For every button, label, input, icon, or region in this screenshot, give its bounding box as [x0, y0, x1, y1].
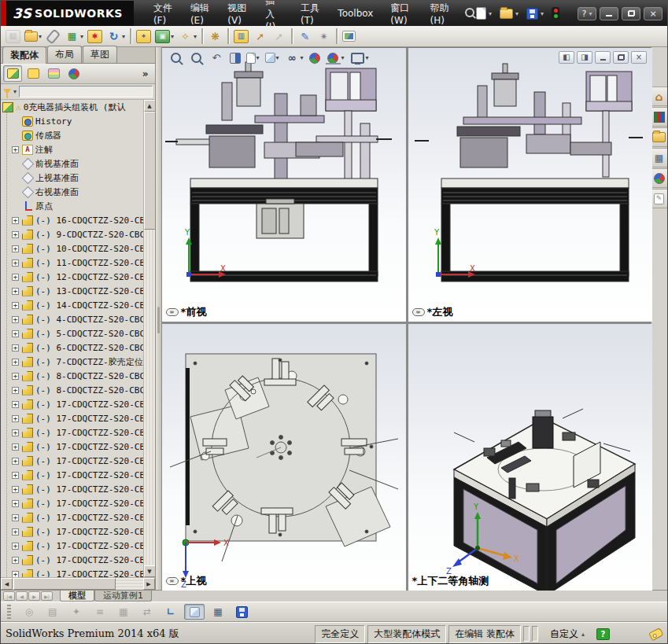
tree-item[interactable]: A (-) 10-CDQCTZZ-S20-CBC1: [1, 241, 143, 256]
solidworks-resources-button[interactable]: ⌂: [651, 86, 668, 106]
expand-icon[interactable]: [12, 543, 19, 550]
exploded-view-button[interactable]: ➚: [251, 28, 269, 45]
save-button[interactable]: [524, 6, 546, 21]
tree-item[interactable]: A History: [1, 114, 143, 128]
go-to-end-button[interactable]: ▶|: [41, 591, 53, 601]
expand-icon[interactable]: [12, 528, 19, 535]
linear-component-pattern-button[interactable]: ▦: [63, 28, 85, 45]
expand-icon[interactable]: [12, 330, 19, 337]
expand-icon[interactable]: [12, 500, 19, 507]
tree-item[interactable]: A (-) 17-CDQCTZZ-S20-CBC针: [1, 496, 143, 510]
tree-item[interactable]: A (-) 6-CDQCTZZ-S20-CBC-P: [1, 340, 143, 355]
filter-funnel-icon[interactable]: [3, 89, 11, 94]
tree-item[interactable]: A (-) 12-CDQCTZZ-S20-CBC1: [1, 270, 143, 284]
status-help-button[interactable]: ?: [596, 628, 610, 640]
next-frame-button[interactable]: ▶: [28, 591, 40, 601]
swap-views-button[interactable]: ⇄: [137, 604, 157, 620]
tree-root-item[interactable]: ⚠ 0充电器插头组装机 (默认: [1, 100, 143, 114]
restore-window-button[interactable]: [622, 7, 640, 20]
tree-item[interactable]: A (-) 7-CDQCTZZ-胶壳定位机: [1, 355, 143, 369]
menu-item[interactable]: 窗口(W): [382, 0, 421, 29]
filter-field[interactable]: [19, 86, 153, 98]
menu-item[interactable]: 编辑(E): [182, 0, 219, 29]
expand-icon[interactable]: [12, 486, 19, 493]
tree-item[interactable]: A (-) 17-CDQCTZZ-S20-CBC针: [1, 440, 143, 454]
appearances-scenes-button[interactable]: [651, 168, 668, 188]
expand-icon[interactable]: [12, 415, 19, 422]
tree-item[interactable]: A (-) 17-CDQCTZZ-S20-CBC针: [1, 567, 143, 577]
search-commands-icon[interactable]: [463, 6, 474, 20]
tree-item[interactable]: A (-) 5-CDQCTZZ-S20-CBC载: [1, 326, 143, 340]
tree-item[interactable]: A 前视基准面: [1, 156, 143, 171]
section-view-button[interactable]: [228, 51, 242, 65]
open-document-button[interactable]: [497, 6, 521, 21]
tag-icon[interactable]: [648, 627, 663, 640]
menu-item[interactable]: Toolbox: [329, 5, 382, 22]
tree-vertical-scrollbar[interactable]: ▲ ▼: [143, 100, 155, 577]
scroll-down-icon[interactable]: ▼: [144, 565, 155, 577]
zoom-to-area-button[interactable]: [187, 50, 205, 66]
display-style-button[interactable]: [264, 51, 281, 64]
animation-folders-button[interactable]: ▤: [42, 604, 63, 620]
expand-icon[interactable]: [12, 458, 19, 465]
design-library-button[interactable]: [651, 107, 668, 127]
property-manager-tab[interactable]: [24, 65, 42, 82]
viewport-front[interactable]: Y X ∞ *前视: [162, 48, 406, 322]
capture-image-button[interactable]: [341, 29, 357, 43]
animation-key-button[interactable]: ✦: [66, 604, 87, 620]
feature-manager-tab[interactable]: [3, 65, 22, 82]
expand-icon[interactable]: [12, 571, 19, 578]
edit-component-button[interactable]: ✎: [296, 28, 314, 45]
panel-tab[interactable]: 布局: [47, 46, 82, 63]
tree-item[interactable]: A (-) 17-CDQCTZZ-S20-CBC针: [1, 482, 143, 496]
expand-icon[interactable]: [12, 373, 19, 380]
large-design-review-button[interactable]: ✴: [315, 28, 333, 45]
previous-view-button[interactable]: ↶: [208, 50, 226, 66]
insert-component-button[interactable]: ▧: [4, 28, 22, 45]
viewport-left[interactable]: Y X ∞ *左视: [408, 48, 652, 322]
explode-line-sketch-button[interactable]: ➚: [270, 28, 288, 45]
expand-icon[interactable]: [12, 259, 19, 267]
expand-icon[interactable]: [12, 401, 19, 408]
edit-appearance-button[interactable]: [308, 51, 322, 65]
menu-item[interactable]: 工具(T): [292, 0, 329, 29]
motion-study-button[interactable]: ❋: [206, 28, 224, 45]
tree-item[interactable]: A (-) 8-CDQCTZZ-S20-CBC夹: [1, 383, 143, 397]
filter-caret-icon[interactable]: ▾: [13, 88, 17, 95]
toolbar-grip[interactable]: [7, 605, 11, 619]
smart-fasteners-button[interactable]: ✱: [86, 28, 104, 45]
panel-tab[interactable]: 装配体: [2, 46, 46, 64]
scrollbar-thumb[interactable]: [144, 112, 155, 230]
tree-item[interactable]: A (-) 17-CDQCTZZ-S20-CBC针: [1, 553, 143, 567]
chart-axes-button[interactable]: ∟: [161, 604, 181, 620]
tree-item[interactable]: A (-) 11-CDQCTZZ-S20-CBC1: [1, 256, 143, 270]
viewport-horizontal-splitter[interactable]: [162, 322, 651, 324]
close-window-button[interactable]: ×: [644, 7, 662, 20]
bottom-tab[interactable]: 模型: [60, 591, 94, 602]
results-table-button[interactable]: ▦: [208, 604, 228, 620]
tree-item[interactable]: A (-) 17-CDQCTZZ-S20-CBC针: [1, 411, 143, 425]
status-light-icon[interactable]: [549, 6, 562, 21]
view-settings-button[interactable]: [349, 50, 371, 66]
expand-icon[interactable]: [12, 514, 19, 521]
view-palette-button[interactable]: ▦: [651, 148, 668, 167]
rotate-component-button[interactable]: ↻: [105, 28, 127, 45]
tree-item[interactable]: A (-) 14-CDQCTZZ-S20-CBC分: [1, 298, 143, 312]
tree-item[interactable]: A (-) 13-CDQCTZZ-S20-CBC分: [1, 284, 143, 298]
tree-item[interactable]: A (-) 17-CDQCTZZ-S20-CBC针: [1, 454, 143, 468]
tree-item[interactable]: A (-) 4-CDQCTZZ-S20-CBC分: [1, 312, 143, 326]
tree-item[interactable]: A (-) 17-CDQCTZZ-S20-CBC针: [1, 425, 143, 440]
viewport-vertical-splitter[interactable]: [406, 48, 408, 590]
tree-item[interactable]: A (-) 17-CDQCTZZ-S20-CBC针: [1, 524, 143, 539]
expand-icon[interactable]: [12, 359, 19, 366]
expand-icon[interactable]: [12, 472, 19, 479]
tree-item[interactable]: A (-) 17-CDQCTZZ-S20-CBC针: [1, 397, 143, 411]
expand-icon[interactable]: [12, 316, 19, 323]
help-button[interactable]: ?: [578, 7, 596, 20]
scroll-left-icon[interactable]: ◀: [1, 578, 13, 590]
reference-geometry-button[interactable]: ✧: [176, 28, 198, 45]
expand-icon[interactable]: [12, 557, 19, 564]
tree-item[interactable]: A (-) 16-CDQCTZZ-S20-CBC直: [1, 213, 143, 227]
filter-animation-button[interactable]: ◎: [19, 604, 39, 620]
bottom-tab[interactable]: 运动算例1: [94, 591, 152, 602]
